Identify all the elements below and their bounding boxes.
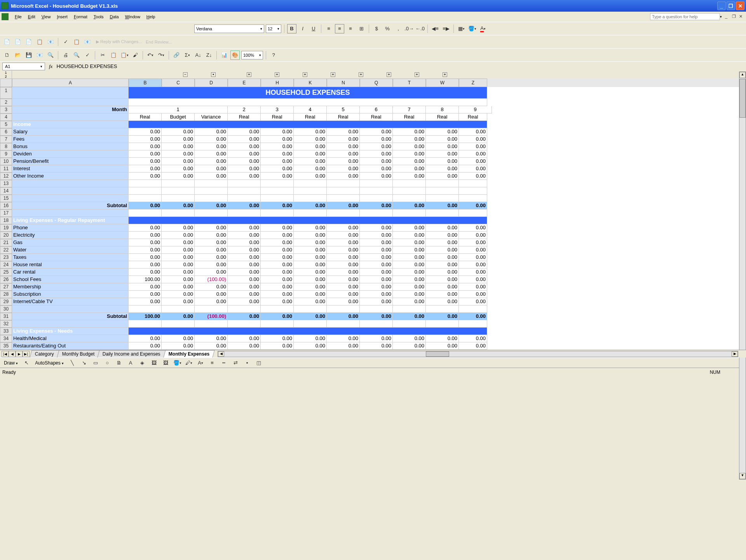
value-cell[interactable]: 0.00	[261, 254, 294, 261]
value-cell[interactable]: 0.00	[327, 342, 360, 350]
value-cell[interactable]: 0.00	[162, 143, 195, 150]
value-cell[interactable]: 0.00	[426, 158, 459, 165]
value-cell[interactable]: 0.00	[162, 173, 195, 180]
row-header[interactable]: 1	[0, 87, 12, 99]
title-cell[interactable]: HOUSEHOLD EXPENSES	[129, 87, 487, 99]
value-cell[interactable]: 0.00	[162, 269, 195, 276]
value-cell[interactable]: 0.00	[162, 261, 195, 269]
picture-icon[interactable]: 🖼	[161, 358, 170, 368]
cell[interactable]	[426, 187, 459, 195]
item-label[interactable]: Health/Medical	[12, 335, 129, 342]
subheader-cell[interactable]: Real	[426, 113, 459, 121]
value-cell[interactable]: 0.00	[393, 128, 426, 136]
new-button[interactable]: 🗋	[2, 51, 12, 60]
value-cell[interactable]: 0.00	[129, 246, 162, 254]
subtotal-cell[interactable]: 0.00	[294, 202, 327, 209]
value-cell[interactable]: 0.00	[294, 246, 327, 254]
column-header-Q[interactable]: Q	[360, 79, 393, 87]
value-cell[interactable]: 0.00	[228, 150, 261, 158]
value-cell[interactable]: 0.00	[459, 254, 487, 261]
value-cell[interactable]: 0.00	[294, 298, 327, 305]
cell[interactable]	[459, 320, 487, 328]
cell[interactable]	[327, 305, 360, 313]
value-cell[interactable]: 0.00	[426, 261, 459, 269]
row-header[interactable]: 6	[0, 128, 12, 136]
row-header[interactable]: 12	[0, 173, 12, 180]
value-cell[interactable]: 0.00	[393, 298, 426, 305]
value-cell[interactable]: 0.00	[426, 173, 459, 180]
menu-data[interactable]: Data	[106, 14, 122, 20]
value-cell[interactable]: 0.00	[162, 239, 195, 246]
cell[interactable]	[327, 209, 360, 217]
value-cell[interactable]: 0.00	[360, 224, 393, 232]
value-cell[interactable]: 0.00	[162, 342, 195, 350]
value-cell[interactable]: 0.00	[294, 224, 327, 232]
value-cell[interactable]: 0.00	[195, 298, 228, 305]
row-header[interactable]: 3	[0, 106, 12, 113]
row-header[interactable]: 18	[0, 217, 12, 224]
value-cell[interactable]: 0.00	[228, 232, 261, 239]
value-cell[interactable]: 0.00	[459, 224, 487, 232]
value-cell[interactable]: 0.00	[393, 335, 426, 342]
value-cell[interactable]: 0.00	[393, 173, 426, 180]
value-cell[interactable]: 0.00	[426, 342, 459, 350]
value-cell[interactable]: 0.00	[459, 276, 487, 283]
value-cell[interactable]: 0.00	[228, 254, 261, 261]
month-cell[interactable]: 8	[426, 106, 459, 113]
value-cell[interactable]: 0.00	[459, 143, 487, 150]
column-header-K[interactable]: K	[294, 79, 327, 87]
value-cell[interactable]: 0.00	[294, 232, 327, 239]
cell[interactable]	[12, 113, 129, 121]
row-header[interactable]: 16	[0, 202, 12, 209]
value-cell[interactable]: 0.00	[393, 143, 426, 150]
value-cell[interactable]: 0.00	[426, 283, 459, 291]
app-icon[interactable]	[2, 13, 9, 20]
undo-button[interactable]: ↶▾	[146, 51, 155, 60]
value-cell[interactable]: 0.00	[195, 342, 228, 350]
cell[interactable]	[426, 320, 459, 328]
value-cell[interactable]: 0.00	[129, 335, 162, 342]
value-cell[interactable]: 0.00	[327, 276, 360, 283]
value-cell[interactable]: 0.00	[393, 261, 426, 269]
line-color-icon[interactable]: 🖊▾	[184, 358, 193, 368]
cell[interactable]	[129, 305, 162, 313]
value-cell[interactable]: 0.00	[360, 298, 393, 305]
align-left-button[interactable]: ≡	[324, 24, 333, 33]
value-cell[interactable]: 0.00	[129, 136, 162, 143]
horizontal-scrollbar[interactable]: ◀ ▶	[218, 351, 738, 357]
value-cell[interactable]: 0.00	[327, 246, 360, 254]
value-cell[interactable]: 0.00	[327, 298, 360, 305]
month-label[interactable]: Month	[12, 106, 129, 113]
subheader-cell[interactable]: Real	[261, 113, 294, 121]
doc-minimize-button[interactable]: _	[725, 14, 730, 19]
zoom-selector[interactable]: 100%▾	[241, 51, 263, 59]
item-label[interactable]: Car rental	[12, 269, 129, 276]
close-button[interactable]: ✕	[736, 2, 744, 10]
value-cell[interactable]: 0.00	[459, 150, 487, 158]
value-cell[interactable]: 0.00	[294, 158, 327, 165]
value-cell[interactable]: 0.00	[459, 283, 487, 291]
spreadsheet-grid[interactable]: ABCDEHKNQTWZ 1HOUSEHOLD EXPENSES23Month1…	[0, 79, 746, 350]
value-cell[interactable]: 0.00	[228, 224, 261, 232]
value-cell[interactable]: 0.00	[228, 276, 261, 283]
textbox-icon[interactable]: 🗎	[114, 358, 124, 368]
sheet-tab[interactable]: Daily Income and Expenses	[98, 350, 166, 358]
formula-text[interactable]: HOUSEHOLD EXPENSES	[56, 63, 117, 69]
cell[interactable]	[327, 187, 360, 195]
value-cell[interactable]: 0.00	[195, 283, 228, 291]
value-cell[interactable]: (100.00)	[195, 276, 228, 283]
comma-button[interactable]: ,	[394, 24, 403, 33]
email-button[interactable]: 📧	[35, 51, 44, 60]
value-cell[interactable]: 0.00	[261, 136, 294, 143]
subtotal-cell[interactable]: 0.00	[360, 313, 393, 320]
help-button[interactable]: ?	[269, 51, 278, 60]
value-cell[interactable]: 0.00	[261, 269, 294, 276]
cell[interactable]	[459, 209, 487, 217]
copy-button[interactable]: 📋	[109, 51, 118, 60]
value-cell[interactable]: 0.00	[129, 232, 162, 239]
value-cell[interactable]: 0.00	[129, 342, 162, 350]
column-header-D[interactable]: D	[195, 79, 228, 87]
value-cell[interactable]: 0.00	[426, 232, 459, 239]
value-cell[interactable]: 0.00	[261, 342, 294, 350]
item-label[interactable]: Restaurants/Eating Out	[12, 342, 129, 350]
